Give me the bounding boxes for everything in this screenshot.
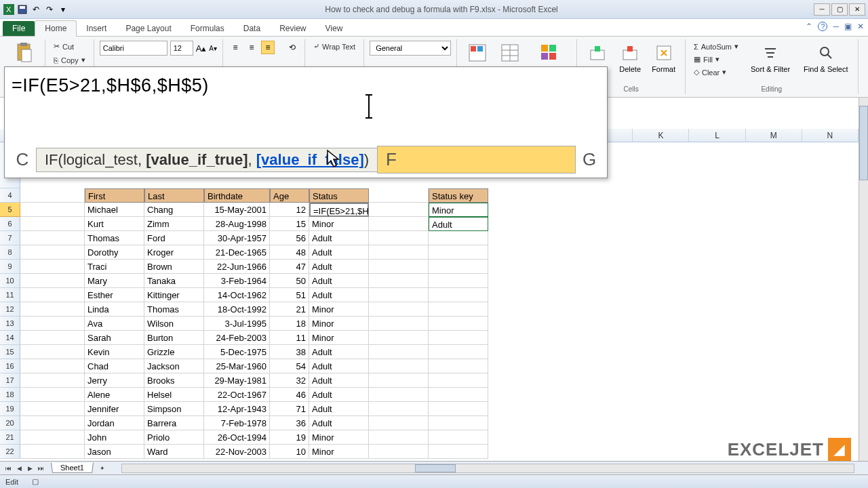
spreadsheet-grid[interactable]: J K L M N 456789101112131415161718192021…: [0, 129, 859, 461]
cell-last[interactable]: Zimm: [144, 217, 204, 231]
delete-cells-button[interactable]: Delete: [615, 41, 645, 75]
tab-page-layout[interactable]: Page Layout: [116, 21, 180, 36]
fill-button[interactable]: ▦Fill▾: [691, 54, 741, 65]
cell-age[interactable]: 11: [270, 331, 309, 345]
workbook-minimize-icon[interactable]: ─: [833, 22, 839, 31]
cell-status[interactable]: Minor: [309, 445, 369, 459]
cell-birthdate[interactable]: 25-Mar-1960: [204, 359, 270, 373]
cell-birthdate[interactable]: 22-Oct-1967: [204, 388, 270, 402]
cell-blank[interactable]: [429, 274, 488, 288]
cell-blank[interactable]: [20, 231, 85, 245]
cell-blank[interactable]: [429, 402, 488, 416]
cell-last[interactable]: Ford: [144, 231, 204, 245]
cell-blank[interactable]: [369, 260, 429, 274]
cell-age[interactable]: 15: [270, 217, 309, 231]
cell-last[interactable]: Grizzle: [144, 345, 204, 359]
workbook-restore-icon[interactable]: ▣: [844, 22, 852, 31]
cell-blank[interactable]: [20, 217, 85, 231]
cell-blank[interactable]: [369, 373, 429, 388]
cell-age[interactable]: 36: [270, 416, 309, 430]
cell-blank[interactable]: [429, 359, 488, 373]
row-header-13[interactable]: 13: [0, 317, 20, 331]
find-select-button[interactable]: Find & Select: [800, 41, 852, 78]
row-header-19[interactable]: 19: [0, 402, 20, 416]
cell-first[interactable]: Traci: [85, 260, 144, 274]
row-header-14[interactable]: 14: [0, 331, 20, 345]
cell-blank[interactable]: [369, 274, 429, 288]
align-bottom-icon[interactable]: ≡: [261, 41, 275, 54]
cell-blank[interactable]: [369, 203, 429, 217]
cell-first[interactable]: Mary: [85, 274, 144, 288]
cell-birthdate[interactable]: 15-May-2001: [204, 203, 270, 217]
row-header-7[interactable]: 7: [0, 231, 20, 245]
status-key-value[interactable]: Minor: [429, 203, 488, 217]
workbook-close-icon[interactable]: ✕: [857, 22, 864, 31]
cell-blank[interactable]: [20, 331, 85, 345]
cell-a4[interactable]: [20, 188, 85, 203]
cell-blank[interactable]: [20, 302, 85, 317]
cell-status[interactable]: Adult: [309, 416, 369, 430]
row-header-9[interactable]: 9: [0, 260, 20, 274]
cell-birthdate[interactable]: 28-Aug-1998: [204, 217, 270, 231]
tab-formulas[interactable]: Formulas: [181, 21, 234, 36]
cell-birthdate[interactable]: 14-Oct-1962: [204, 288, 270, 302]
cell-status[interactable]: =IF(E5>21,$H: [309, 203, 369, 217]
help-icon[interactable]: ?: [818, 22, 827, 31]
cell-last[interactable]: Kroger: [144, 245, 204, 260]
minimize-button[interactable]: ─: [814, 3, 830, 16]
cell-age[interactable]: 32: [270, 373, 309, 388]
sheet-prev-icon[interactable]: ◀: [14, 463, 24, 474]
cell-blank[interactable]: [369, 302, 429, 317]
file-tab[interactable]: File: [3, 21, 35, 36]
cell-birthdate[interactable]: 24-Feb-2003: [204, 331, 270, 345]
cell-last[interactable]: Jackson: [144, 359, 204, 373]
close-button[interactable]: ✕: [849, 3, 865, 16]
cell-first[interactable]: John: [85, 430, 144, 445]
hscroll-thumb[interactable]: [415, 464, 456, 472]
cell-status[interactable]: Adult: [309, 231, 369, 245]
autosum-button[interactable]: ΣAutoSum▾: [691, 41, 741, 52]
sort-filter-button[interactable]: Sort & Filter: [747, 41, 794, 78]
table-header-status[interactable]: Status: [309, 188, 369, 203]
cell-status[interactable]: Adult: [309, 245, 369, 260]
tab-data[interactable]: Data: [234, 21, 270, 36]
cell-age[interactable]: 47: [270, 260, 309, 274]
horizontal-scrollbar[interactable]: [121, 464, 854, 473]
cell-birthdate[interactable]: 21-Dec-1965: [204, 245, 270, 260]
cell-blank[interactable]: [369, 317, 429, 331]
cell-first[interactable]: Jerry: [85, 373, 144, 388]
align-top-icon[interactable]: ≡: [229, 41, 242, 54]
tab-view[interactable]: View: [316, 21, 353, 36]
ribbon-minimize-icon[interactable]: ⌃: [806, 22, 812, 31]
cell-blank[interactable]: [369, 416, 429, 430]
cell-first[interactable]: Chad: [85, 359, 144, 373]
sheet-first-icon[interactable]: ⏮: [3, 463, 14, 474]
cell-blank[interactable]: [429, 302, 488, 317]
cell-age[interactable]: 51: [270, 288, 309, 302]
sheet-next-icon[interactable]: ▶: [24, 463, 35, 474]
cell-blank[interactable]: [429, 345, 488, 359]
cell-last[interactable]: Brooks: [144, 373, 204, 388]
cell-birthdate[interactable]: 3-Jul-1995: [204, 317, 270, 331]
cell-birthdate[interactable]: 18-Oct-1992: [204, 302, 270, 317]
cell-blank[interactable]: [369, 331, 429, 345]
maximize-button[interactable]: ▢: [831, 3, 848, 16]
cell-last[interactable]: Chang: [144, 203, 204, 217]
cell-blank[interactable]: [20, 245, 85, 260]
tooltip-value-if-false[interactable]: [value_if_false]: [256, 151, 364, 168]
row-header-8[interactable]: 8: [0, 245, 20, 260]
table-header-birthdate[interactable]: Birthdate: [204, 188, 270, 203]
cell-first[interactable]: Jennifer: [85, 402, 144, 416]
cell-status[interactable]: Adult: [309, 260, 369, 274]
number-format-select[interactable]: General: [370, 41, 451, 56]
cell-blank[interactable]: [369, 231, 429, 245]
cell-last[interactable]: Brown: [144, 260, 204, 274]
cell-birthdate[interactable]: 3-Feb-1964: [204, 274, 270, 288]
row-header-6[interactable]: 6: [0, 217, 20, 231]
cell-status[interactable]: Adult: [309, 373, 369, 388]
paste-button[interactable]: [9, 41, 39, 65]
cell-age[interactable]: 54: [270, 359, 309, 373]
row-header-10[interactable]: 10: [0, 274, 20, 288]
cell-blank[interactable]: [429, 388, 488, 402]
cell-blank[interactable]: [429, 245, 488, 260]
